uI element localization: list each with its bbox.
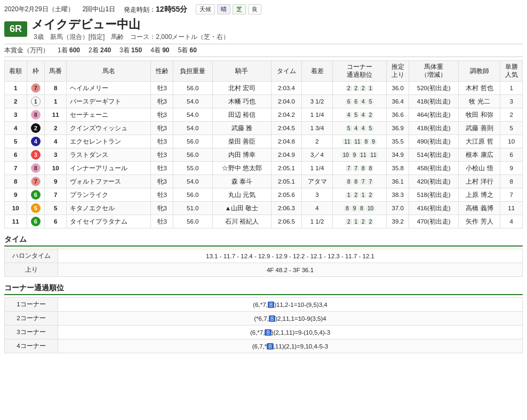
sex-age: 牡3 (151, 148, 173, 162)
popularity: 7 (500, 188, 523, 202)
table-row: 2 1 1 バースデーギフト 牝3 54.0 木幡 巧也 2:04.0 3 1/… (5, 95, 523, 108)
corner-val: 5 (346, 125, 352, 131)
prize-label: 本賞金（万円） (4, 46, 49, 55)
corners: 1212 (332, 188, 387, 202)
table-row: 8 7 9 ヴォルトファース 牝3 54.0 森 泰斗 2:05.1 アタマ 8… (5, 175, 523, 188)
corner-detail: (6,*7,8)11,2-1=10-(9,5)3,4 (58, 298, 523, 312)
margin: 4 (302, 202, 333, 215)
sex-age: 牝3 (151, 95, 173, 108)
time: 2:05.1 (271, 162, 302, 175)
rank: 10 (5, 202, 27, 215)
corner-section-title: コーナー通過順位 (4, 283, 523, 295)
col-waku: 枠 (27, 61, 44, 82)
waku: 3 (27, 148, 44, 162)
corner-val: 7 (360, 179, 366, 185)
header-bar: 2020年2月29日（土曜） 2回中山1日 発走時刻：12時55分 天候 晴 芝… (4, 4, 523, 14)
trainer: 牧田 和弥 (459, 108, 500, 122)
body-weight: 464(初出走) (409, 108, 459, 122)
corner-val: 7 (368, 179, 374, 185)
highlighted-horse: 8 (269, 315, 275, 322)
burden-weight: 54.0 (173, 95, 212, 108)
est-up: 35.8 (387, 162, 409, 175)
highlighted-horse: 8 (268, 302, 274, 308)
corner-val: 10 (341, 152, 350, 158)
corner-val: 2 (360, 85, 366, 91)
halon-label: ハロンタイム (5, 249, 58, 263)
sex-age: 牝3 (151, 202, 173, 215)
prize-5: 5着 60 (178, 46, 197, 55)
waku: 1 (27, 95, 44, 108)
sex-age: 牡3 (151, 82, 173, 95)
corner-val: 11 (353, 139, 362, 145)
corner-val: 9 (370, 139, 377, 145)
margin: 3 1/2 (302, 95, 333, 108)
waku-badge: 4 (31, 137, 41, 146)
prize-4: 4着 90 (150, 46, 169, 55)
popularity: 5 (500, 122, 523, 135)
est-up: 39.2 (387, 215, 409, 228)
margin: 1 1/2 (302, 215, 333, 228)
table-row: 4 2 2 クインズウィッシュ 牝3 54.0 武藤 雅 2:04.5 1 3/… (5, 122, 523, 135)
margin: 1 1/4 (302, 108, 333, 122)
body-weight: 520(初出走) (409, 82, 459, 95)
rank: 7 (5, 162, 27, 175)
trainer: 根本 康広 (459, 148, 500, 162)
horse-num: 7 (44, 188, 67, 202)
est-up: 36.1 (387, 175, 409, 188)
col-sex-age: 性齢 (151, 61, 173, 82)
race-details: 3歳 新馬（混合）[指定] 馬齢 コース：2,000メートル（芝・右） (34, 33, 229, 42)
jockey: ☆野中 悠太郎 (212, 162, 271, 175)
waku: 8 (27, 108, 44, 122)
est-up: 38.3 (387, 188, 409, 202)
burden-weight: 54.0 (173, 108, 212, 122)
highlighted-horse: 8 (265, 329, 271, 336)
body-weight: 416(初出走) (409, 202, 459, 215)
race-name: メイクデビュー中山 (31, 17, 229, 33)
corner-row: 4コーナー (6,7,*8,11)(2,1)=9,10,4-5-3 (5, 339, 523, 353)
col-time: タイム (271, 61, 302, 82)
rank: 2 (5, 95, 27, 108)
horse-num: 6 (44, 215, 67, 228)
trainer: 武藤 善則 (459, 122, 500, 135)
time: 2:05.6 (271, 188, 302, 202)
start-time: 12時55分 (156, 5, 187, 13)
corner-val: 8 (358, 205, 365, 211)
horse-num: 4 (44, 135, 67, 148)
corner-val: 2 (353, 192, 360, 198)
popularity: 9 (500, 162, 523, 175)
corner-val: 8 (346, 179, 352, 185)
corners: 89810 (332, 202, 387, 215)
popularity: 10 (500, 135, 523, 148)
waku: 6 (27, 188, 44, 202)
corner-val: 8 (344, 205, 350, 211)
waku: 6 (27, 215, 44, 228)
jockey: 木幡 巧也 (212, 95, 271, 108)
waku-badge: 8 (31, 110, 41, 120)
corner-label: 2コーナー (5, 312, 58, 326)
corners: 8877 (332, 175, 387, 188)
burden-weight: 56.0 (173, 188, 212, 202)
time-table: ハロンタイム 13.1 - 11.7 - 12.4 - 12.9 - 12.9 … (4, 249, 523, 277)
corner-val: 8 (368, 165, 374, 171)
waku-badge: 8 (31, 163, 41, 173)
burden-weight: 56.0 (173, 148, 212, 162)
corner-val: 11 (358, 152, 368, 158)
highlighted-horse: 8 (267, 343, 273, 350)
burden-weight: 51.0 (173, 202, 212, 215)
halon-value: 13.1 - 11.7 - 12.4 - 12.9 - 12.9 - 12.2 … (58, 249, 523, 263)
corner-val: 7 (353, 165, 360, 171)
time: 2:06.3 (271, 202, 302, 215)
race-number: 6R (4, 21, 27, 37)
waku: 2 (27, 122, 44, 135)
margin: 1 1/4 (302, 162, 333, 175)
popularity: 2 (500, 108, 523, 122)
margin: 3／4 (302, 148, 333, 162)
sex-age: 牝3 (151, 108, 173, 122)
sex-age: 牝3 (151, 175, 173, 188)
col-trainer: 調教師 (459, 61, 500, 82)
table-row: 10 5 5 キタノエクセル 牝3 51.0 ▲山田 敬士 2:06.3 4 8… (5, 202, 523, 215)
corner-detail: (*6,7,8)2,11,1=10-9(3,5)4 (58, 312, 523, 326)
rank: 11 (5, 215, 27, 228)
rank: 3 (5, 108, 27, 122)
jockey: 森 泰斗 (212, 175, 271, 188)
